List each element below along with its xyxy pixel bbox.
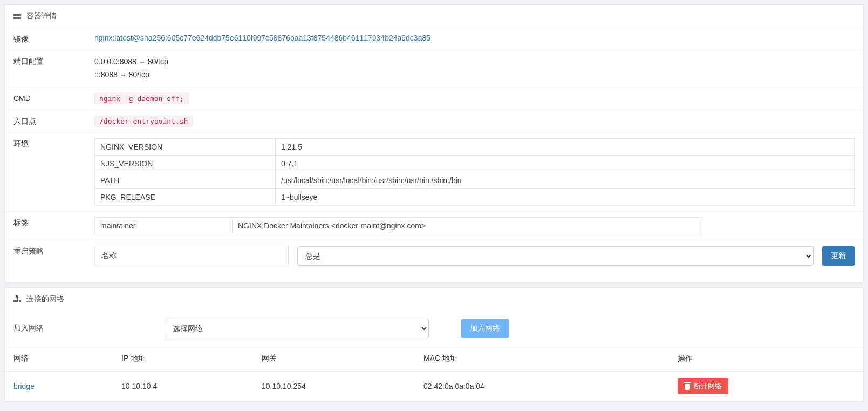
networks-header: 连接的网络	[5, 288, 863, 311]
task-icon	[13, 12, 21, 20]
container-details-body: 镜像 nginx:latest@sha256:605c77e624ddb75e6…	[5, 28, 863, 282]
port-mapping: :::8088 → 80/tcp	[94, 69, 855, 82]
update-restart-button[interactable]: 更新	[822, 246, 855, 266]
join-network-button[interactable]: 加入网络	[461, 319, 509, 338]
container-details-panel: 容器详情 镜像 nginx:latest@sha256:605c77e624dd…	[4, 4, 864, 283]
row-image: 镜像 nginx:latest@sha256:605c77e624ddb75e6…	[5, 28, 863, 50]
row-env: 环境 NGINX_VERSION1.21.5NJS_VERSION0.7.1PA…	[5, 133, 863, 212]
networks-panel: 连接的网络 加入网络 选择网络 加入网络 网络 IP 地址 网关 MAC 地址 …	[4, 287, 864, 402]
env-value: 1~bullseye	[276, 188, 855, 205]
row-ports: 端口配置 0.0.0.0:8088 → 80/tcp:::8088 → 80/t…	[5, 50, 863, 87]
image-link[interactable]: nginx:latest@sha256:605c77e624ddb75e6110…	[94, 33, 430, 42]
label-cmd: CMD	[13, 93, 94, 103]
container-details-title: 容器详情	[26, 11, 57, 21]
env-value: 1.21.5	[276, 138, 855, 155]
env-key: NGINX_VERSION	[95, 138, 276, 155]
label-labels: 标签	[13, 217, 94, 228]
row-restart: 重启策略 名称 总是 更新	[5, 240, 863, 282]
labels-table: maintainerNGINX Docker Maintainers <dock…	[94, 217, 702, 234]
networks-table: 网络 IP 地址 网关 MAC 地址 操作 bridge 10.10.10.4 …	[5, 346, 863, 401]
network-mac: 02:42:0a:0a:0a:04	[415, 371, 669, 401]
networks-body: 加入网络 选择网络 加入网络 网络 IP 地址 网关 MAC 地址 操作 bri…	[5, 311, 863, 401]
port-mapping: 0.0.0.0:8088 → 80/tcp	[94, 56, 855, 69]
network-ip: 10.10.10.4	[113, 371, 253, 401]
entrypoint-value: /docker-entrypoint.sh	[94, 116, 193, 127]
row-cmd: CMD nginx -g daemon off;	[5, 87, 863, 110]
leave-network-button[interactable]: 断开网络	[678, 378, 728, 394]
label-value: NGINX Docker Maintainers <docker-maint@n…	[233, 217, 702, 234]
networks-title: 连接的网络	[26, 294, 64, 304]
label-entrypoint: 入口点	[13, 116, 94, 126]
col-network: 网络	[5, 346, 113, 371]
label-image: 镜像	[13, 33, 94, 44]
env-row: NJS_VERSION0.7.1	[95, 155, 855, 172]
env-table: NGINX_VERSION1.21.5NJS_VERSION0.7.1PATH/…	[94, 138, 855, 206]
join-network-select[interactable]: 选择网络	[165, 319, 429, 338]
label-ports: 端口配置	[13, 56, 94, 66]
row-labels: 标签 maintainerNGINX Docker Maintainers <d…	[5, 212, 863, 240]
env-value: /usr/local/sbin:/usr/local/bin:/usr/sbin…	[276, 172, 855, 188]
restart-policy-select[interactable]: 总是	[297, 246, 814, 266]
label-key: maintainer	[95, 217, 233, 234]
env-value: 0.7.1	[276, 155, 855, 172]
label-env: 环境	[13, 138, 94, 149]
label-restart: 重启策略	[13, 246, 94, 257]
network-row: bridge 10.10.10.4 10.10.10.254 02:42:0a:…	[5, 371, 863, 401]
join-network-row: 加入网络 选择网络 加入网络	[5, 311, 863, 346]
env-key: NJS_VERSION	[95, 155, 276, 172]
env-key: PKG_RELEASE	[95, 188, 276, 205]
restart-name-label: 名称	[94, 246, 289, 266]
join-network-label: 加入网络	[13, 324, 154, 333]
network-gateway: 10.10.10.254	[253, 371, 415, 401]
col-actions: 操作	[669, 346, 863, 371]
col-ip: IP 地址	[113, 346, 253, 371]
env-row: PATH/usr/local/sbin:/usr/local/bin:/usr/…	[95, 172, 855, 188]
trash-icon	[684, 382, 691, 390]
col-gateway: 网关	[253, 346, 415, 371]
cmd-value: nginx -g daemon off;	[94, 93, 189, 104]
network-name-link[interactable]: bridge	[13, 382, 35, 390]
env-key: PATH	[95, 172, 276, 188]
row-entrypoint: 入口点 /docker-entrypoint.sh	[5, 110, 863, 133]
label-row: maintainerNGINX Docker Maintainers <dock…	[95, 217, 702, 234]
container-details-header: 容器详情	[5, 5, 863, 28]
col-mac: MAC 地址	[415, 346, 669, 371]
network-icon	[13, 295, 21, 303]
env-row: PKG_RELEASE1~bullseye	[95, 188, 855, 205]
env-row: NGINX_VERSION1.21.5	[95, 138, 855, 155]
